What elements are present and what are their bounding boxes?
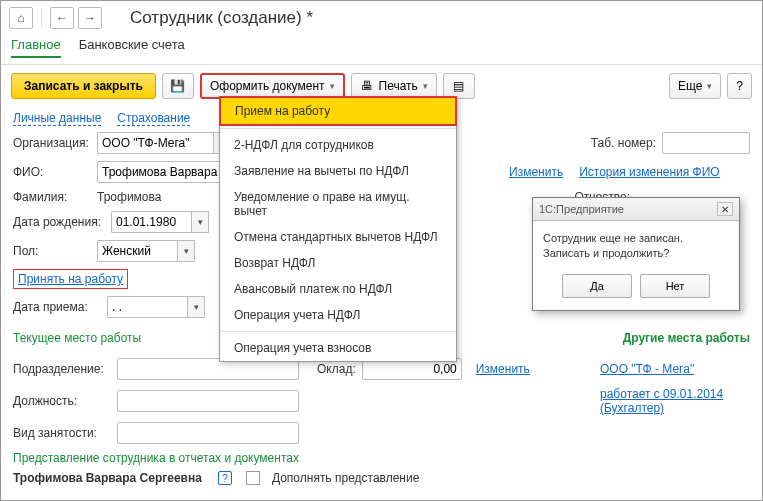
tab-main[interactable]: Главное	[11, 37, 61, 58]
close-icon: ✕	[721, 204, 729, 215]
section-insurance[interactable]: Страхование	[117, 111, 190, 126]
chevron-down-icon: ▾	[423, 81, 428, 91]
surname-value: Трофимова	[97, 190, 161, 204]
hire-link-highlight: Принять на работу	[13, 269, 128, 289]
separator	[220, 331, 456, 332]
dob-input[interactable]	[111, 211, 191, 233]
more-button[interactable]: Еще ▾	[669, 73, 721, 99]
separator	[220, 128, 456, 129]
dd-item-deduction-request[interactable]: Заявление на вычеты по НДФЛ	[220, 158, 456, 184]
change-fio-link[interactable]: Изменить	[509, 165, 563, 179]
tabno-label: Таб. номер:	[591, 136, 656, 150]
back-button[interactable]: ←	[50, 7, 74, 29]
dd-item-advance-payment[interactable]: Авансовый платеж по НДФЛ	[220, 276, 456, 302]
sex-dropdown-button[interactable]: ▾	[177, 240, 195, 262]
format-document-menu: Прием на работу 2-НДФЛ для сотрудников З…	[219, 96, 457, 362]
append-rep-label: Дополнять представление	[272, 471, 419, 485]
dd-item-property-deduction[interactable]: Уведомление о праве на имущ. вычет	[220, 184, 456, 224]
representation-header: Представление сотрудника в отчетах и док…	[13, 451, 750, 465]
printer-icon: 🖶	[360, 79, 374, 93]
list-icon: ▤	[452, 79, 466, 93]
dialog-no-button[interactable]: Нет	[640, 274, 710, 298]
append-rep-checkbox[interactable]	[246, 471, 260, 485]
more-label: Еще	[678, 79, 702, 93]
hire-link[interactable]: Принять на работу	[18, 272, 123, 286]
print-label: Печать	[379, 79, 418, 93]
dept-label: Подразделение:	[13, 362, 111, 376]
fio-input[interactable]	[97, 161, 227, 183]
dialog-title: 1С:Предприятие	[539, 203, 717, 215]
position-input[interactable]	[117, 390, 299, 412]
chevron-down-icon: ▾	[330, 81, 335, 91]
section-personal-data[interactable]: Личные данные	[13, 111, 101, 126]
arrow-right-icon: →	[83, 11, 97, 25]
fio-history-link[interactable]: История изменения ФИО	[579, 165, 720, 179]
save-and-close-button[interactable]: Записать и закрыть	[11, 73, 156, 99]
emp-type-input[interactable]	[117, 422, 299, 444]
format-document-label: Оформить документ	[210, 79, 325, 93]
other-org-link[interactable]: ООО "ТФ - Мега"	[600, 362, 694, 376]
salary-label: Оклад:	[317, 362, 356, 376]
hire-date-label: Дата приема:	[13, 300, 101, 314]
separator	[41, 8, 42, 28]
confirm-dialog: 1С:Предприятие ✕ Сотрудник еще не записа…	[532, 197, 740, 311]
other-workplaces-header: Другие места работы	[623, 331, 750, 345]
home-button[interactable]: ⌂	[9, 7, 33, 29]
rep-name: Трофимова Варвара Сергеевна	[13, 471, 202, 485]
home-icon: ⌂	[14, 11, 28, 25]
hire-date-picker-button[interactable]: ▾	[187, 296, 205, 318]
save-button[interactable]: 💾	[162, 73, 194, 99]
dd-item-ndfl-return[interactable]: Возврат НДФЛ	[220, 250, 456, 276]
fio-label: ФИО:	[13, 165, 91, 179]
dialog-line2: Записать и продолжить?	[543, 246, 729, 261]
sex-label: Пол:	[13, 244, 91, 258]
help-button[interactable]: ?	[727, 73, 752, 99]
org-input[interactable]	[97, 132, 213, 154]
dob-picker-button[interactable]: ▾	[191, 211, 209, 233]
dd-item-2ndfl[interactable]: 2-НДФЛ для сотрудников	[220, 132, 456, 158]
sex-input[interactable]	[97, 240, 177, 262]
other-since-link[interactable]: работает с 09.01.2014	[600, 387, 723, 401]
tab-bank-accounts[interactable]: Банковские счета	[79, 37, 185, 58]
arrow-left-icon: ←	[55, 11, 69, 25]
dob-label: Дата рождения:	[13, 215, 105, 229]
current-workplace-header: Текущее место работы	[13, 331, 141, 345]
save-icon: 💾	[171, 79, 185, 93]
surname-label: Фамилия:	[13, 190, 91, 204]
hire-date-input[interactable]	[107, 296, 187, 318]
chevron-down-icon: ▾	[707, 81, 712, 91]
other-pos-link[interactable]: (Бухгалтер)	[600, 401, 664, 415]
dd-item-cancel-deductions[interactable]: Отмена стандартных вычетов НДФЛ	[220, 224, 456, 250]
position-label: Должность:	[13, 394, 111, 408]
dialog-yes-button[interactable]: Да	[562, 274, 632, 298]
tabno-input[interactable]	[662, 132, 750, 154]
dd-item-hire[interactable]: Прием на работу	[219, 96, 457, 126]
window-title: Сотрудник (создание) *	[130, 8, 313, 28]
dialog-close-button[interactable]: ✕	[717, 202, 733, 216]
salary-change-link[interactable]: Изменить	[476, 362, 530, 376]
help-icon[interactable]: ?	[218, 471, 232, 485]
dd-item-contrib-operation[interactable]: Операция учета взносов	[220, 335, 456, 361]
forward-button[interactable]: →	[78, 7, 102, 29]
org-label: Организация:	[13, 136, 91, 150]
emp-type-label: Вид занятости:	[13, 426, 111, 440]
dd-item-ndfl-operation[interactable]: Операция учета НДФЛ	[220, 302, 456, 328]
dialog-line1: Сотрудник еще не записан.	[543, 231, 729, 246]
